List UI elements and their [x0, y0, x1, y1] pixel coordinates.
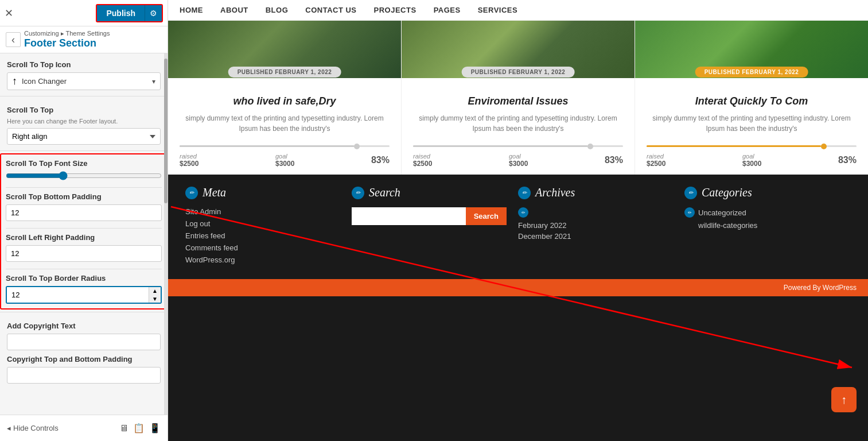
tablet-view-button[interactable]: 📋 [133, 423, 145, 434]
align-dropdown[interactable]: Right align Left align Center align [7, 128, 161, 145]
icon-changer-row[interactable]: ↑ Icon Changer ▾ [7, 72, 161, 90]
close-button[interactable]: ✕ [5, 7, 13, 20]
bottom-bar: ◂ Hide Controls 🖥 📋 📱 [0, 415, 168, 441]
meta-edit-icon[interactable]: ✏ [185, 187, 198, 199]
footer-link-comments-feed[interactable]: Comments feed [185, 243, 340, 252]
footer-col-categories: ✏ Categories ✏ Uncategorized wildlife-ca… [684, 186, 851, 268]
search-title-text: Search [369, 186, 400, 199]
left-panel: ✕ Publish ⚙ ‹ Customizing ▸ Theme Settin… [0, 0, 168, 441]
copyright-padding-input[interactable] [7, 367, 161, 384]
archive-item-edit-icon[interactable]: ✏ [518, 207, 528, 218]
breadcrumb-path: Customizing ▸ Theme Settings [24, 30, 110, 37]
footer-dark: ✏ Meta Site Admin Log out Entries feed C… [168, 175, 868, 441]
scrollbar[interactable] [164, 53, 168, 415]
archive-link-dec[interactable]: December 2021 [518, 232, 673, 241]
hide-controls-icon: ◂ [7, 424, 11, 432]
categories-title-text: Categories [702, 186, 752, 199]
chevron-down-icon: ▾ [152, 78, 155, 86]
footer-col-archives: ✏ Archives ✏ February 2022 December 2021 [518, 186, 684, 268]
category-link-uncategorized[interactable]: Uncategorized [698, 208, 746, 217]
footer-link-site-admin[interactable]: Site Admin [185, 207, 340, 216]
footer-link-logout[interactable]: Log out [185, 219, 340, 228]
card-3-goal-label: goal [742, 153, 761, 160]
archive-link-feb[interactable]: February 2022 [518, 221, 673, 230]
lr-padding-label: Scroll Left Right Padding [6, 233, 162, 242]
search-input[interactable] [352, 207, 466, 225]
card-2-stats: raised $2500 goal $3000 83% [413, 153, 623, 168]
card-3-progress-fill [647, 145, 821, 147]
nav-about[interactable]: ABOUT [220, 6, 248, 14]
footer-categories-title: ✏ Categories [684, 186, 839, 199]
border-radius-spinner: ▲ ▼ [6, 286, 162, 304]
copyright-input[interactable] [7, 334, 161, 350]
scroll-top-icon-section: Scroll To Top Icon ↑ Icon Changer ▾ [0, 53, 168, 94]
categories-edit-icon[interactable]: ✏ [684, 187, 697, 199]
card-3-desc: simply dummy text of the printing and ty… [647, 113, 857, 134]
spinner-up-button[interactable]: ▲ [149, 287, 161, 295]
category-item-2: wildlife-categories [684, 221, 839, 230]
category-edit-icon-1[interactable]: ✏ [684, 207, 695, 218]
card-1-desc: simply dummy text of the printing and ty… [180, 113, 390, 134]
footer-columns: ✏ Meta Site Admin Log out Entries feed C… [168, 175, 868, 279]
meta-title-text: Meta [203, 186, 226, 199]
card-1-title: who lived in safe,Dry [180, 95, 390, 107]
card-2-raised-label: raised [413, 153, 432, 160]
card-2-percent: 83% [605, 155, 623, 165]
desktop-view-button[interactable]: 🖥 [119, 423, 129, 434]
hide-controls-button[interactable]: ◂ Hide Controls [7, 424, 59, 432]
scroll-top-icon-label: Scroll To Top Icon [7, 60, 161, 69]
font-size-slider-container: Scroll To Top Font Size [6, 159, 162, 183]
card-1-percent: 83% [371, 155, 390, 165]
scroll-thumb [164, 59, 168, 203]
category-link-wildlife[interactable]: wildlife-categories [698, 221, 757, 230]
bottom-padding-input[interactable] [6, 204, 162, 221]
category-item-1: ✏ Uncategorized [684, 207, 839, 218]
publish-button[interactable]: Publish [97, 5, 145, 21]
nav-projects[interactable]: PROJECTS [374, 6, 417, 14]
copyright-padding-label: Copyright Top and Bottom Padding [7, 355, 161, 363]
card-3-raised-value: $2500 [647, 160, 665, 168]
footer-link-wordpress-org[interactable]: WordPress.org [185, 256, 340, 264]
nav-blog[interactable]: BLOG [266, 6, 289, 14]
border-radius-input[interactable] [7, 287, 149, 303]
section-title: Footer Section [24, 37, 110, 49]
footer-link-entries-feed[interactable]: Entries feed [185, 231, 340, 240]
card-3-title: Interat Quickly To Com [647, 95, 857, 107]
footer-search-title: ✏ Search [352, 186, 507, 199]
archive-edit-icon-row: ✏ [518, 207, 673, 218]
card-2-progress-fill [413, 145, 587, 147]
card-2-goal-value: $3000 [509, 160, 528, 168]
cards-area: PUBLISHED FEBRUARY 1, 2022 who lived in … [168, 21, 868, 175]
search-button[interactable]: Search [466, 207, 507, 225]
mobile-view-button[interactable]: 📱 [149, 423, 161, 434]
card-1-progress-track [180, 145, 390, 147]
scroll-to-top-button[interactable]: ↑ [831, 387, 857, 412]
nav-contact[interactable]: CONTACT US [305, 6, 356, 14]
card-2-desc: simply dummy text of the printing and ty… [413, 113, 623, 134]
nav-pages[interactable]: PAGES [434, 6, 461, 14]
up-arrow-icon: ↑ [12, 75, 17, 87]
archives-title-text: Archives [535, 186, 575, 199]
nav-home[interactable]: HOME [180, 6, 203, 14]
font-size-slider[interactable] [6, 171, 162, 180]
archives-edit-icon[interactable]: ✏ [518, 187, 531, 199]
back-button[interactable]: ‹ [6, 32, 21, 47]
nav-services[interactable]: SERVICES [478, 6, 518, 14]
breadcrumb: ‹ Customizing ▸ Theme Settings Footer Se… [0, 26, 168, 53]
card-1-body: who lived in safe,Dry simply dummy text … [168, 78, 401, 145]
spinner-down-button[interactable]: ▼ [149, 295, 161, 303]
card-2-progress-track [413, 145, 623, 147]
card-3: PUBLISHED FEBRUARY 1, 2022 Interat Quick… [635, 21, 868, 175]
card-3-progress-dot [821, 144, 827, 149]
gear-button[interactable]: ⚙ [145, 5, 162, 21]
card-3-progress: raised $2500 goal $3000 83% [635, 145, 868, 168]
search-edit-icon[interactable]: ✏ [352, 187, 364, 199]
card-2-progress: raised $2500 goal $3000 83% [402, 145, 635, 168]
card-1-progress: raised $2500 goal $3000 83% [168, 145, 401, 168]
copyright-section: Add Copyright Text Copyright Top and Bot… [0, 315, 168, 387]
card-2-date-badge: PUBLISHED FEBRUARY 1, 2022 [462, 67, 575, 78]
scroll-to-top-section: Scroll To Top Here you can change the Fo… [0, 99, 168, 148]
card-3-raised-label: raised [647, 153, 665, 160]
lr-padding-input[interactable] [6, 245, 162, 262]
footer-col-meta: ✏ Meta Site Admin Log out Entries feed C… [185, 186, 352, 268]
